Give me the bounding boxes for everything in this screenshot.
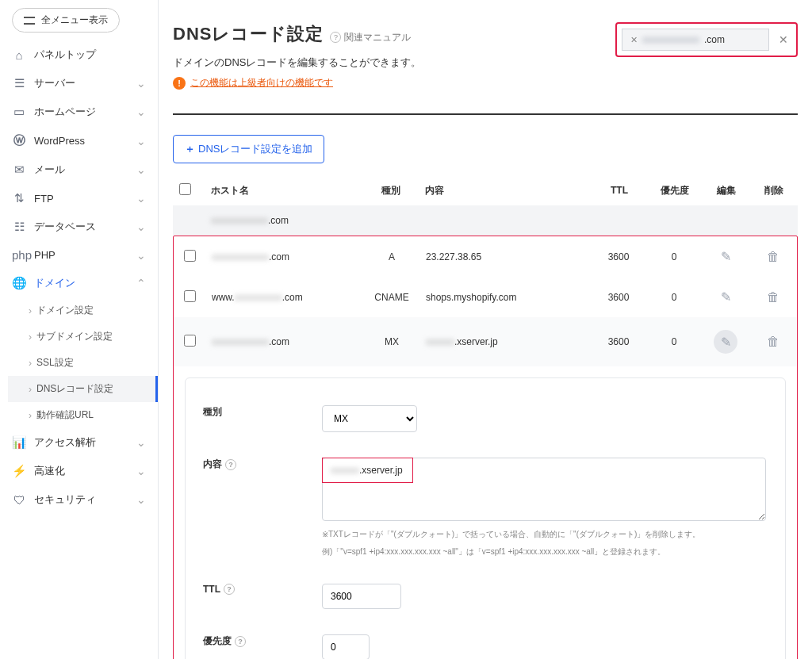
sidebar-item-label: ホームページ [34, 105, 96, 119]
subnav-dns-record-settings[interactable]: DNSレコード設定 [8, 376, 158, 402]
chevron-down-icon: ⌄ [136, 493, 146, 506]
cell-content: 23.227.38.65 [419, 236, 591, 277]
col-ttl: TTL [592, 175, 647, 205]
home-icon: ⌂ [12, 48, 26, 62]
row-checkbox[interactable] [184, 335, 196, 347]
domain-subnav: ドメイン設定 サブドメイン設定 SSL設定 DNSレコード設定 動作確認URL [0, 297, 158, 428]
edit-icon[interactable]: ✎ [714, 330, 737, 354]
chevron-down-icon: ⌄ [136, 105, 146, 118]
subnav-ssl-settings[interactable]: SSL設定 [8, 350, 158, 376]
chevron-down-icon: ⌄ [136, 135, 146, 148]
col-host: ホスト名 [205, 175, 363, 205]
label-priority: 優先度 [203, 634, 232, 648]
sidebar-item-ftp[interactable]: ⇅FTP ⌄ [0, 184, 158, 213]
col-type: 種別 [363, 175, 419, 205]
priority-input[interactable] [322, 634, 370, 659]
domain-chip[interactable]: ✕ xxxxxxxxxxxx.com [622, 29, 769, 51]
sidebar-item-homepage[interactable]: ▭ホームページ ⌄ [0, 98, 158, 126]
sidebar-item-panel-top[interactable]: ⌂パネルトップ [0, 40, 158, 69]
content-textarea[interactable] [322, 458, 766, 521]
globe-icon: 🌐 [12, 276, 26, 290]
close-icon[interactable]: ✕ [776, 33, 791, 46]
sidebar-item-label: パネルトップ [34, 48, 96, 62]
all-menu-button[interactable]: 全メニュー表示 [12, 8, 120, 33]
sidebar-item-database[interactable]: ☷データベース ⌄ [0, 213, 158, 241]
database-icon: ☷ [12, 220, 26, 234]
domain-redacted: xxxxxxxxxxxx [211, 215, 268, 226]
sidebar-item-label: ドメイン [34, 276, 75, 290]
delete-icon[interactable]: 🗑 [767, 250, 779, 263]
sidebar-item-label: WordPress [34, 135, 85, 147]
sidebar-item-server[interactable]: ☰サーバー ⌄ [0, 69, 158, 98]
chart-icon: 📊 [12, 435, 26, 450]
select-all-checkbox[interactable] [179, 183, 191, 195]
warning-link[interactable]: この機能は上級者向けの機能です [190, 76, 333, 90]
sidebar: 全メニュー表示 ⌂パネルトップ ☰サーバー ⌄ ▭ホームページ ⌄ ⓦWordP… [0, 0, 159, 659]
chevron-up-icon: ⌃ [136, 277, 146, 289]
wordpress-icon: ⓦ [12, 133, 26, 148]
label-content: 内容 [203, 458, 222, 471]
manual-link[interactable]: ? 関連マニュアル [330, 31, 411, 44]
cell-priority: 0 [646, 277, 702, 317]
sidebar-item-mail[interactable]: ✉メール ⌄ [0, 155, 158, 184]
page-title: DNSレコード設定 [173, 22, 324, 46]
domain-group-row: xxxxxxxxxxxx.com [173, 205, 798, 236]
speed-icon: ⚡ [12, 464, 26, 478]
help-icon[interactable]: ? [235, 636, 246, 647]
hamburger-icon [24, 17, 35, 25]
subnav-check-url[interactable]: 動作確認URL [8, 402, 158, 428]
row-checkbox[interactable] [184, 250, 196, 262]
cell-priority: 0 [646, 317, 702, 366]
help-icon[interactable]: ? [224, 584, 235, 595]
cell-ttl: 3600 [591, 277, 646, 317]
subnav-domain-settings[interactable]: ドメイン設定 [8, 297, 158, 324]
ttl-input[interactable] [322, 584, 401, 609]
sidebar-item-label: データベース [34, 220, 96, 234]
cell-type: CNAME [364, 277, 419, 317]
edit-icon[interactable]: ✎ [721, 250, 731, 263]
help-icon[interactable]: ? [225, 459, 236, 470]
warning-icon: ! [173, 77, 186, 90]
sidebar-item-wordpress[interactable]: ⓦWordPress ⌄ [0, 126, 158, 155]
sidebar-item-speed[interactable]: ⚡高速化 ⌄ [0, 457, 158, 485]
ftp-icon: ⇅ [12, 191, 26, 205]
sidebar-item-label: セキュリティ [34, 492, 96, 507]
sidebar-item-php[interactable]: phpPHP ⌄ [0, 241, 158, 269]
dns-records-table: ホスト名 種別 内容 TTL 優先度 編集 削除 xxxxxxxxxxxx.co… [173, 175, 798, 236]
content-help-1: ※TXTレコードが「"(ダブルクォート)」で括っている場合、自動的に「"(ダブル… [322, 528, 768, 541]
domain-selector: ✕ xxxxxxxxxxxx.com ✕ [615, 22, 798, 57]
cell-type: A [364, 236, 419, 277]
delete-icon[interactable]: 🗑 [767, 290, 779, 304]
all-menu-label: 全メニュー表示 [41, 13, 108, 27]
subnav-subdomain-settings[interactable]: サブドメイン設定 [8, 324, 158, 350]
dns-record-row: www.xxxxxxxxxx.com CNAME shops.myshopify… [174, 277, 797, 317]
chevron-down-icon: ⌄ [136, 220, 146, 233]
sidebar-item-security[interactable]: 🛡セキュリティ ⌄ [0, 485, 158, 514]
server-icon: ☰ [12, 76, 26, 90]
sidebar-item-label: メール [34, 163, 65, 177]
chevron-down-icon: ⌄ [136, 249, 146, 262]
records-highlight-box: xxxxxxxxxxxx.com A 23.227.38.65 3600 0 ✎… [173, 236, 798, 659]
plus-icon: ＋ [185, 142, 195, 156]
clear-domain-icon[interactable]: ✕ [630, 35, 638, 45]
add-dns-record-button[interactable]: ＋ DNSレコード設定を追加 [173, 135, 324, 163]
delete-icon[interactable]: 🗑 [767, 335, 779, 348]
row-checkbox[interactable] [184, 290, 196, 302]
col-edit: 編集 [703, 175, 750, 205]
edit-icon[interactable]: ✎ [721, 290, 731, 304]
chevron-down-icon: ⌄ [136, 465, 146, 477]
sidebar-item-label: サーバー [34, 76, 75, 90]
chevron-down-icon: ⌄ [136, 163, 146, 176]
php-icon: php [12, 248, 26, 262]
sidebar-item-analytics[interactable]: 📊アクセス解析 ⌄ [0, 428, 158, 457]
cell-content: shops.myshopify.com [419, 277, 591, 317]
sidebar-item-domain[interactable]: 🌐ドメイン ⌃ [0, 269, 158, 297]
content-help-2: 例)「"v=spf1 +ip4:xxx.xxx.xxx.xxx ~all"」は「… [322, 546, 768, 558]
main-content: DNSレコード設定 ? 関連マニュアル ドメインのDNSレコードを編集することが… [159, 0, 812, 659]
edit-record-panel: 種別 MX 内容? [185, 377, 786, 659]
col-priority: 優先度 [647, 175, 703, 205]
header-separator [173, 113, 798, 115]
shield-icon: 🛡 [12, 493, 26, 507]
dns-record-row: xxxxxxxxxxxx.com A 23.227.38.65 3600 0 ✎… [174, 236, 797, 277]
type-select[interactable]: MX [322, 405, 417, 432]
